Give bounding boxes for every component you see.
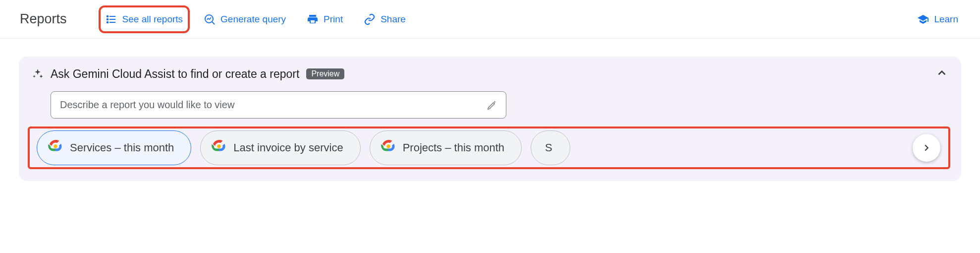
svg-point-2 bbox=[107, 18, 108, 20]
see-all-reports-label: See all reports bbox=[122, 14, 183, 25]
generate-query-label: Generate query bbox=[220, 14, 286, 25]
print-label: Print bbox=[324, 14, 343, 25]
chip-label: Projects – this month bbox=[403, 141, 504, 154]
scroll-right-button[interactable] bbox=[913, 134, 940, 162]
panel-header: Ask Gemini Cloud Assist to find or creat… bbox=[32, 66, 948, 81]
report-search-input[interactable] bbox=[59, 99, 486, 111]
chip-projects-this-month[interactable]: Projects – this month bbox=[370, 130, 522, 165]
see-all-reports-link[interactable]: See all reports bbox=[104, 10, 185, 28]
top-header: Reports See all reports Generate query bbox=[0, 0, 980, 39]
svg-line-7 bbox=[212, 22, 215, 24]
chip-last-invoice-by-service[interactable]: Last invoice by service bbox=[200, 130, 360, 165]
chip-services-this-month[interactable]: Services – this month bbox=[37, 130, 191, 165]
panel-title: Ask Gemini Cloud Assist to find or creat… bbox=[51, 67, 299, 81]
print-link[interactable]: Print bbox=[305, 10, 345, 28]
learn-icon bbox=[917, 13, 929, 25]
share-label: Share bbox=[381, 14, 406, 25]
magic-pencil-icon bbox=[486, 99, 498, 111]
query-stats-icon bbox=[204, 13, 216, 25]
page-title: Reports bbox=[20, 11, 67, 27]
chip-overflow[interactable]: S bbox=[531, 130, 570, 165]
print-icon bbox=[307, 13, 319, 25]
chevron-up-icon bbox=[935, 66, 948, 79]
svg-point-0 bbox=[107, 15, 108, 17]
chip-label: Last invoice by service bbox=[233, 141, 343, 154]
svg-point-4 bbox=[107, 21, 108, 23]
gemini-assist-panel: Ask Gemini Cloud Assist to find or creat… bbox=[19, 57, 961, 181]
collapse-button[interactable] bbox=[935, 66, 948, 81]
report-search-box[interactable] bbox=[51, 91, 506, 119]
learn-link[interactable]: Learn bbox=[915, 10, 960, 28]
link-icon bbox=[364, 13, 376, 25]
chip-overflow-initial: S bbox=[545, 141, 552, 154]
learn-label: Learn bbox=[934, 14, 958, 25]
generate-query-link[interactable]: Generate query bbox=[202, 10, 288, 28]
cloud-logo-icon bbox=[381, 139, 396, 157]
chip-label: Services – this month bbox=[70, 141, 174, 154]
list-icon bbox=[106, 13, 117, 25]
sparkle-icon bbox=[32, 68, 44, 80]
cloud-logo-icon bbox=[212, 139, 226, 157]
cloud-logo-icon bbox=[48, 139, 63, 157]
suggestion-chips-row: Services – this month Last invoice by se… bbox=[37, 130, 946, 165]
chevron-right-icon bbox=[921, 142, 932, 153]
suggestion-chips-zone: Services – this month Last invoice by se… bbox=[30, 128, 948, 167]
preview-badge: Preview bbox=[306, 68, 344, 79]
share-link[interactable]: Share bbox=[362, 10, 408, 28]
